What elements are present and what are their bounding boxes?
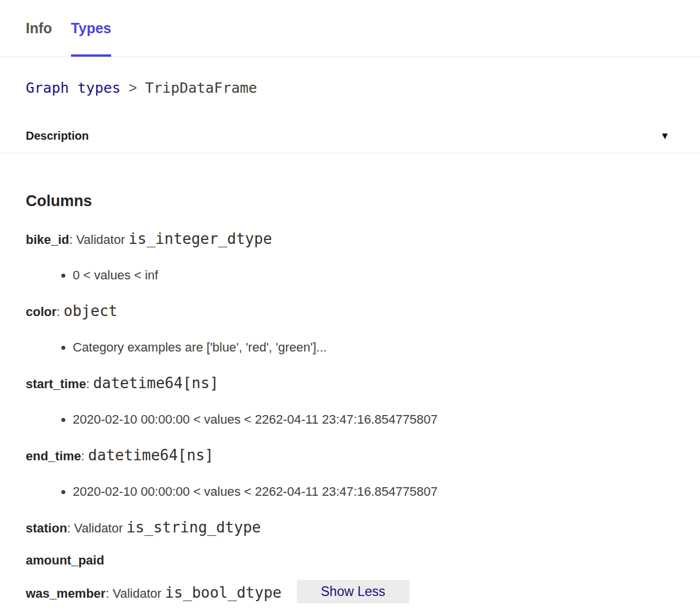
column-name: was_member	[26, 586, 105, 601]
column-entry-station: station: Validator is_string_dtype	[26, 519, 674, 537]
breadcrumb-current-page: TripDataFrame	[145, 80, 257, 96]
column-entry-bike-id: bike_id: Validator is_integer_dtype	[26, 230, 674, 248]
tab-types[interactable]: Types	[71, 0, 111, 57]
column-entry-color: color: object	[26, 302, 674, 321]
column-suffix: : Validator	[69, 232, 129, 247]
column-suffix: :	[57, 305, 64, 319]
constraint-item: Category examples are ['blue', 'red', 'g…	[73, 339, 674, 356]
column-suffix: : Validator	[105, 586, 165, 601]
breadcrumb-separator: >	[129, 80, 137, 96]
column-entry-start-time: start_time: datetime64[ns]	[26, 374, 674, 393]
column-entry-amount-paid: amount_paid	[26, 552, 674, 569]
column-dtype-code: is_string_dtype	[127, 519, 261, 536]
breadcrumb: Graph types > TripDataFrame	[0, 57, 700, 119]
column-name: bike_id	[26, 232, 69, 247]
tab-info-label: Info	[26, 20, 52, 37]
column-entry-was-member: was_member: Validator is_bool_dtypeShow …	[26, 584, 674, 602]
chevron-down-icon[interactable]: ▼	[660, 131, 670, 141]
column-name: amount_paid	[26, 553, 104, 567]
tab-bar: Info Types	[0, 0, 700, 57]
column-name: color	[26, 305, 57, 319]
column-dtype-code: is_integer_dtype	[128, 230, 272, 247]
constraint-list: 2020-02-10 00:00:00 < values < 2262-04-1…	[26, 483, 674, 500]
description-accordion[interactable]: Description ▼	[0, 119, 700, 153]
column-name: end_time	[26, 449, 81, 463]
column-suffix: :	[81, 449, 88, 463]
constraint-list: 2020-02-10 00:00:00 < values < 2262-04-1…	[26, 411, 674, 428]
column-name: start_time	[26, 377, 86, 391]
column-dtype-code: datetime64[ns]	[93, 374, 218, 392]
constraint-list: Category examples are ['blue', 'red', 'g…	[26, 339, 674, 356]
columns-section: Columns bike_id: Validator is_integer_dt…	[0, 153, 700, 602]
column-suffix: :	[86, 377, 93, 391]
constraint-list: 0 < values < inf	[26, 267, 674, 284]
columns-heading: Columns	[26, 190, 674, 212]
column-dtype-code: object	[64, 302, 117, 319]
description-title: Description	[26, 129, 89, 143]
breadcrumb-link-graph-types[interactable]: Graph types	[26, 80, 121, 96]
tab-types-label: Types	[71, 20, 111, 37]
column-dtype-code: datetime64[ns]	[88, 447, 214, 464]
column-dtype-code: is_bool_dtype	[165, 584, 282, 601]
constraint-item: 2020-02-10 00:00:00 < values < 2262-04-1…	[73, 483, 674, 500]
column-name: station	[26, 521, 67, 535]
column-suffix: : Validator	[67, 521, 127, 535]
constraint-item: 0 < values < inf	[73, 267, 674, 284]
column-entry-end-time: end_time: datetime64[ns]	[26, 447, 674, 465]
tab-info[interactable]: Info	[26, 0, 52, 57]
constraint-item: 2020-02-10 00:00:00 < values < 2262-04-1…	[73, 411, 674, 428]
show-less-button[interactable]: Show Less	[297, 580, 410, 603]
